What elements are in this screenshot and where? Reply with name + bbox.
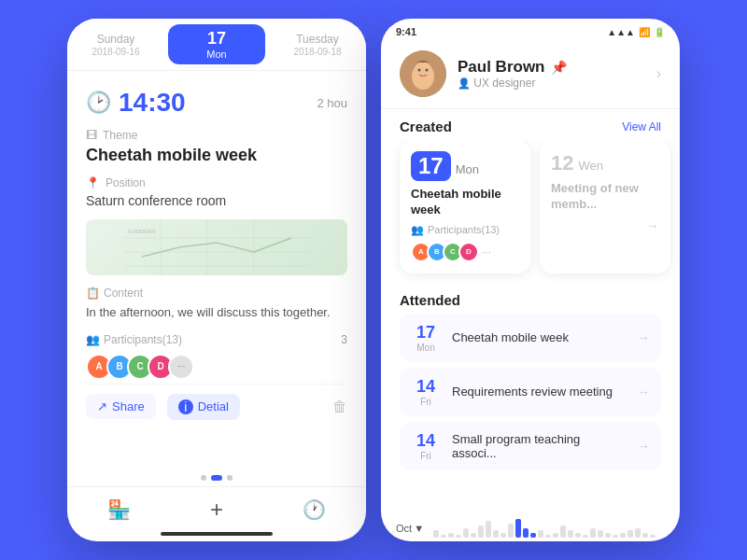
timeline-bar-12 <box>523 528 529 538</box>
timeline-bar-7 <box>486 521 491 538</box>
attended-section-header: Attended <box>381 283 680 314</box>
c-avatar-4: D <box>458 242 479 262</box>
created-card-1[interactable]: 17 Mon Cheetah mobile week 👥 Participant… <box>400 140 530 273</box>
c-avatar-more: ··· <box>482 245 491 259</box>
map-placeholder: GARDENS <box>86 219 347 275</box>
attended-item-3[interactable]: 14 Fri Small program teaching associ... … <box>400 422 661 470</box>
status-bar: 9:41 ▲▲▲ 📶 🔋 <box>381 19 680 41</box>
created-cards: 17 Mon Cheetah mobile week 👥 Participant… <box>381 140 680 283</box>
home-indicator <box>161 532 273 536</box>
created-card-1-title: Cheetah mobile week <box>411 187 519 218</box>
cal-day-monday[interactable]: 17 Mon <box>168 24 265 64</box>
calendar-strip: Sunday 2018-09-16 17 Mon Tuesday 2018-09… <box>67 19 366 71</box>
timeline-bar-27 <box>635 528 641 538</box>
detail-label: Detial <box>198 399 229 413</box>
add-button[interactable]: + <box>210 497 223 523</box>
attended-item-2[interactable]: 14 Fri Requirements review meeting → <box>400 368 661 416</box>
attended-item-1[interactable]: 17 Mon Cheetah mobile week → <box>400 314 661 362</box>
svg-text:GARDENS: GARDENS <box>128 229 156 234</box>
clock-nav-icon[interactable]: 🕐 <box>303 498 326 521</box>
att-day-3: Fri <box>411 451 441 461</box>
timeline-bar-3 <box>456 535 461 538</box>
timeline-label: Oct ▼ <box>396 523 430 534</box>
attended-list: 17 Mon Cheetah mobile week → 14 Fri Requ… <box>381 314 680 470</box>
att-title-3: Small program teaching associ... <box>452 432 626 460</box>
timeline-bar-18 <box>568 530 573 538</box>
profile-name-text: Paul Brown <box>458 58 545 77</box>
sunday-date: 2018-09-16 <box>92 47 139 57</box>
timeline-bar-28 <box>642 533 648 538</box>
action-row: ↗ Share i Detial 🗑 <box>86 384 347 429</box>
theme-icon: 🎞 <box>86 129 97 142</box>
clock-icon: 🕑 <box>86 91 111 115</box>
position-label: Position <box>106 176 146 189</box>
info-icon: i <box>178 399 193 414</box>
att-arrow-3: → <box>637 439 650 454</box>
created-card-1-date: 17 Mon <box>411 151 519 181</box>
position-meta-row: 📍 Position <box>86 176 347 189</box>
detail-button[interactable]: i Detial <box>167 394 240 420</box>
role-icon: 👤 <box>458 77 471 89</box>
timeline-bar-5 <box>471 533 476 538</box>
wifi-icon: 📶 <box>639 27 650 37</box>
timeline-bar-4 <box>463 528 469 538</box>
timeline-bar-20 <box>583 535 588 538</box>
timeline-bar-8 <box>493 530 499 538</box>
battery-icon: 🔋 <box>654 27 665 37</box>
profile-name: Paul Brown 📌 <box>458 58 645 77</box>
signal-icon: ▲▲▲ <box>607 27 635 37</box>
profile-avatar <box>400 50 446 97</box>
timeline-bar-10 <box>508 524 514 538</box>
svg-point-10 <box>418 69 421 72</box>
timeline-bar-9 <box>500 533 506 538</box>
participants-count-2: Participants(13) <box>428 224 500 235</box>
share-button[interactable]: ↗ Share <box>86 394 156 419</box>
timeline-bar-22 <box>598 530 603 538</box>
status-time: 9:41 <box>396 26 416 37</box>
event-time: 🕑 14:30 <box>86 88 186 118</box>
cal-day-sunday[interactable]: Sunday 2018-09-16 <box>67 19 164 70</box>
theme-label: Theme <box>103 129 137 142</box>
content-label-text: Content <box>104 287 143 300</box>
event-content: In the afternoon, we will discuss this t… <box>86 303 347 322</box>
timeline-bar-2 <box>448 533 454 538</box>
monday-label: Mon <box>206 49 226 60</box>
trash-button[interactable]: 🗑 <box>332 399 347 415</box>
att-arrow-2: → <box>637 385 650 399</box>
timeline-section: Oct ▼ <box>381 511 680 541</box>
participants-label: 👥 Participants(13) <box>86 333 182 346</box>
attended-title: Attended <box>400 292 460 308</box>
profile-info: Paul Brown 📌 👤 UX designer <box>458 58 645 90</box>
svg-point-9 <box>414 62 432 80</box>
right-phone: 9:41 ▲▲▲ 📶 🔋 Paul Brown 📌 <box>381 19 680 541</box>
att-num-3: 14 <box>411 431 441 451</box>
created-card-1-day: Mon <box>456 162 479 176</box>
timeline-bar-26 <box>627 530 633 538</box>
timeline-month: Oct <box>396 523 412 534</box>
profile-arrow[interactable]: › <box>656 65 661 82</box>
svg-point-11 <box>426 69 429 72</box>
timeline-bar-24 <box>613 535 618 538</box>
participants-text: Participants(13) <box>104 333 182 346</box>
timeline-bar-29 <box>650 535 655 538</box>
attended-date-3: 14 Fri <box>411 431 441 461</box>
cal-day-tuesday[interactable]: Tuesday 2018-09-18 <box>269 19 366 70</box>
position-icon: 📍 <box>86 176 100 189</box>
status-icons: ▲▲▲ 📶 🔋 <box>607 27 665 37</box>
content-icon: 📋 <box>86 287 100 300</box>
avatar-more: ··· <box>168 354 194 380</box>
att-day-1: Mon <box>411 343 441 353</box>
timeline-bar-14 <box>538 530 543 538</box>
sunday-label: Sunday <box>97 33 135 46</box>
store-icon[interactable]: 🏪 <box>107 498 131 521</box>
content-label-row: 📋 Content <box>86 287 347 300</box>
att-num-2: 14 <box>411 377 441 397</box>
timeline-bar-6 <box>478 525 484 538</box>
created-card-2-date: 12 Wen <box>551 151 659 175</box>
timeline-bar-13 <box>530 533 536 538</box>
view-all-button[interactable]: View All <box>622 120 661 133</box>
participants-icon: 👥 <box>86 333 100 346</box>
event-location: Saturn conference room <box>86 193 347 208</box>
created-card-2[interactable]: 12 Wen Meeting of new memb... → <box>540 140 670 273</box>
profile-section: Paul Brown 📌 👤 UX designer › <box>381 41 680 109</box>
